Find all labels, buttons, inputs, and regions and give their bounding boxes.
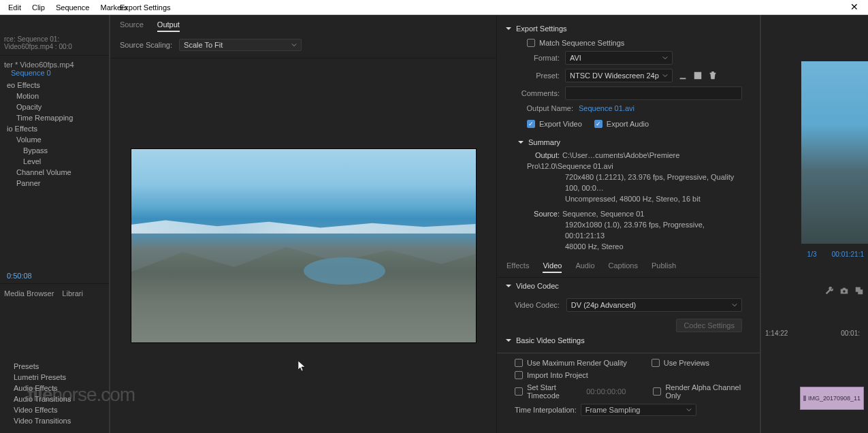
video-codec-select[interactable]: DV (24p Advanced)	[566, 298, 742, 312]
overlay-icon[interactable]	[854, 286, 864, 295]
video-codec-header[interactable]: Video Codec	[505, 282, 742, 290]
export-settings-header-label: Export Settings	[516, 25, 567, 33]
format-value: AVI	[570, 54, 581, 62]
fx-volume[interactable]: Volume	[0, 134, 109, 145]
settings-tab-audio[interactable]: Audio	[575, 261, 594, 273]
video-codec-label: Video Codec:	[515, 301, 560, 309]
summary-header[interactable]: Summary	[517, 138, 742, 146]
render-alpha-label: Render Alpha Channel Only	[665, 383, 742, 400]
menu-edit[interactable]: Edit	[3, 3, 27, 12]
fx-video-effects[interactable]: eo Effects	[0, 80, 109, 91]
chevron-down-icon	[686, 407, 692, 413]
menu-clip[interactable]: Clip	[27, 3, 50, 12]
max-render-checkbox[interactable]	[515, 359, 523, 367]
export-settings-dialog: Source Output Source Scaling: Scale To F…	[109, 15, 761, 433]
wrench-icon[interactable]	[824, 286, 834, 295]
browser-presets[interactable]: Presets	[4, 361, 105, 372]
browser-video-effects[interactable]: Video Effects	[4, 404, 105, 415]
source-scaling-value: Scale To Fit	[184, 41, 223, 49]
summary-output-label: Output:	[527, 150, 560, 161]
tab-output[interactable]: Output	[157, 20, 180, 32]
save-preset-icon[interactable]	[678, 71, 688, 80]
tab-media-browser[interactable]: Media Browser	[4, 289, 54, 298]
close-icon[interactable]: ✕	[845, 1, 864, 12]
timeline-tc-right: 00:01:	[841, 330, 860, 337]
basic-video-header[interactable]: Basic Video Settings	[505, 336, 742, 344]
fx-bypass[interactable]: Bypass	[0, 145, 109, 156]
summary-output-l3: Uncompressed, 48000 Hz, Stereo, 16 bit	[527, 194, 742, 205]
browser-lumetri[interactable]: Lumetri Presets	[4, 372, 105, 383]
summary-source-l1: Sequence, Sequence 01	[562, 210, 645, 218]
fx-level[interactable]: Level	[0, 156, 109, 167]
monitor-tools	[824, 286, 864, 295]
delete-preset-icon[interactable]	[708, 71, 718, 80]
import-project-checkbox[interactable]	[515, 371, 523, 379]
app-left-panel: rce: Sequence 01: Video60fps.mp4 : 00:0 …	[0, 15, 109, 433]
browser-video-transitions[interactable]: Video Transitions	[4, 415, 105, 426]
export-video-checkbox[interactable]	[527, 120, 535, 128]
fx-opacity[interactable]: Opacity	[0, 101, 109, 112]
chevron-down-icon	[291, 42, 297, 48]
time-interp-value: Frame Sampling	[585, 406, 641, 414]
match-sequence-label: Match Sequence Settings	[539, 39, 624, 47]
chevron-down-icon	[505, 283, 512, 289]
video-codec-value: DV (24p Advanced)	[571, 301, 636, 309]
match-sequence-checkbox[interactable]	[527, 39, 535, 47]
export-audio-label: Export Audio	[607, 120, 649, 128]
chevron-down-icon	[662, 55, 668, 61]
preview-pane: Source Output Source Scaling: Scale To F…	[110, 15, 497, 433]
chevron-down-icon	[505, 337, 512, 344]
video-codec-header-label: Video Codec	[516, 282, 559, 290]
fx-motion[interactable]: Motion	[0, 91, 109, 101]
chevron-down-icon	[662, 73, 668, 78]
set-start-timecode-value: 00:00:00:00	[586, 387, 626, 396]
fx-time-remapping[interactable]: Time Remapping	[0, 112, 109, 123]
sequence-link[interactable]: Sequence 0	[11, 69, 51, 77]
fx-panner[interactable]: Panner	[0, 178, 109, 189]
preset-label: Preset:	[515, 71, 560, 80]
timeline-clip[interactable]: IMG_20170908_11	[800, 387, 864, 410]
export-audio-checkbox[interactable]	[594, 120, 602, 128]
export-settings-header[interactable]: Export Settings	[505, 25, 742, 33]
basic-video-header-label: Basic Video Settings	[516, 336, 585, 344]
seq-counter: 1/3	[807, 251, 817, 258]
program-timecode: 00:01:21:1	[832, 251, 864, 258]
chevron-down-icon	[505, 25, 512, 32]
summary-header-label: Summary	[528, 138, 560, 146]
clip-swatch-icon	[803, 396, 806, 401]
settings-tab-effects[interactable]: Effects	[507, 261, 529, 273]
fx-audio-effects[interactable]: io Effects	[0, 123, 109, 134]
set-start-timecode-checkbox[interactable]	[515, 387, 523, 396]
import-preset-icon[interactable]	[693, 71, 703, 80]
format-select[interactable]: AVI	[565, 51, 673, 65]
settings-tab-video[interactable]: Video	[543, 261, 562, 273]
comments-input[interactable]	[565, 86, 742, 100]
menu-sequence[interactable]: Sequence	[50, 3, 95, 12]
browser-audio-effects[interactable]: Audio Effects	[4, 383, 105, 394]
settings-tab-captions[interactable]: Captions	[609, 261, 638, 273]
source-scaling-select[interactable]: Scale To Fit	[179, 39, 302, 51]
program-monitor-thumb	[801, 61, 868, 244]
settings-tab-publish[interactable]: Publish	[652, 261, 676, 273]
use-previews-checkbox[interactable]	[652, 359, 660, 367]
summary-source-label: Source:	[527, 209, 560, 220]
source-info: rce: Sequence 01: Video60fps.mp4 : 00:0	[0, 33, 109, 53]
timeline-tc-left: 1:14:22	[765, 330, 788, 337]
render-alpha-checkbox[interactable]	[653, 387, 661, 396]
tab-source[interactable]: Source	[120, 20, 144, 32]
tab-libraries[interactable]: Librari	[62, 289, 83, 298]
codec-settings-button[interactable]: Codec Settings	[676, 319, 742, 332]
panel-timecode[interactable]: 0:50:08	[0, 270, 109, 281]
output-preview	[131, 148, 477, 343]
preset-value: NTSC DV Widescreen 24p	[570, 71, 659, 80]
camera-icon[interactable]	[839, 286, 849, 295]
output-name-link[interactable]: Sequence 01.avi	[579, 104, 634, 112]
summary-source-l2: 1920x1080 (1.0), 23.976 fps, Progressive…	[527, 220, 742, 242]
fx-channel-volume[interactable]: Channel Volume	[0, 167, 109, 178]
export-video-label: Export Video	[539, 120, 582, 128]
preset-select[interactable]: NTSC DV Widescreen 24p	[565, 69, 673, 82]
time-interp-select[interactable]: Frame Sampling	[581, 404, 696, 416]
project-name[interactable]: ter * Video60fps.mp4	[4, 61, 74, 69]
browser-audio-transitions[interactable]: Audio Transitions	[4, 394, 105, 404]
summary-body: Output:C:\User…cuments\Adobe\Premiere Pr…	[515, 150, 742, 252]
